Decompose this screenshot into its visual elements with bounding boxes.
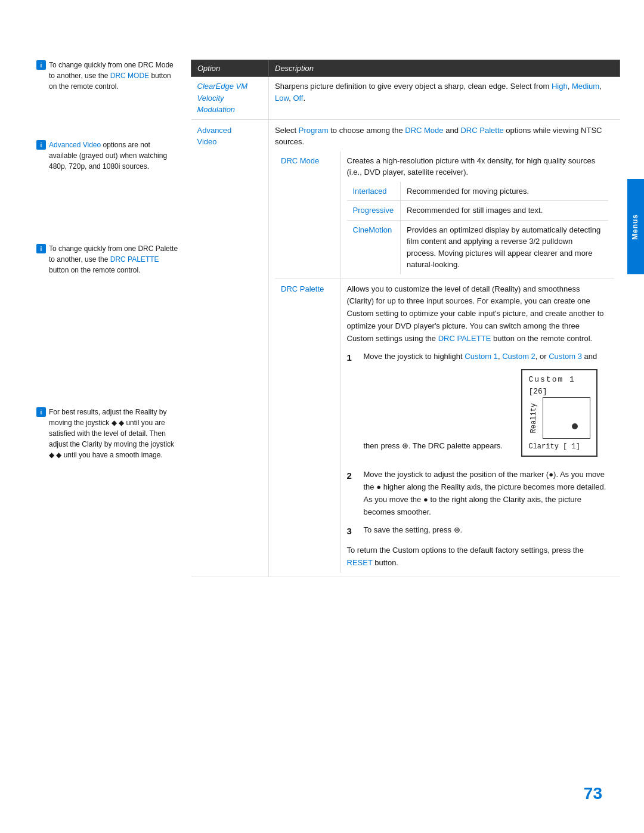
dialog-reality-value: [26] [528,386,590,398]
col-option-header: Option [191,60,269,77]
drc-mode-desc-link[interactable]: DRC Mode [405,126,443,135]
advanced-video-option: AdvancedVideo [191,119,269,577]
advanced-video-row: AdvancedVideo Select Program to choose a… [191,119,620,577]
interlaced-option: Interlaced [347,182,401,201]
interlaced-link[interactable]: Interlaced [353,187,387,196]
low-link[interactable]: Low [275,94,289,103]
medium-link[interactable]: Medium [572,82,599,91]
note4-text: For best results, adjust the Reality by … [49,407,179,460]
note2-text: Advanced Video options are not available… [49,140,179,172]
clearedge-option: ClearEdge VMVelocityModulation [191,77,269,120]
svg-text:i: i [41,142,42,148]
note4-icon: i [36,407,47,420]
cinemotion-row: CineMotion Provides an optimized display… [347,220,608,274]
left-notes-column: i To change quickly from one DRC Mode to… [36,60,179,496]
note1-icon: i [36,60,47,73]
drc-palette-desc: Allows you to customize the level of det… [340,278,614,573]
note-2: i Advanced Video options are not availab… [36,140,179,172]
col-desc-header: Description [269,60,620,77]
progressive-desc: Recommended for still images and text. [401,201,608,221]
progressive-row: Progressive Recommended for still images… [347,201,608,221]
options-table: Option Description ClearEdge VMVelocityM… [191,60,620,577]
drc-palette-content: Allows you to customize the level of det… [347,283,608,570]
step-1: 1 Move the joystick to highlight Custom … [347,351,608,463]
off-link[interactable]: Off [293,94,303,103]
drc-palette-row: DRC Palette Allows you to customize the … [275,278,614,573]
dialog-graph-box [543,397,590,439]
step-1-num: 1 [347,351,359,365]
svg-text:i: i [41,62,42,69]
clarity-value: [ 1] [563,442,580,451]
step-2: 2 Move the joystick to adjust the positi… [347,469,608,518]
drc-mode-option: DRC Mode [275,151,340,278]
drc-palette-option: DRC Palette [275,278,340,573]
drc-palette-link[interactable]: DRC Palette [281,284,324,293]
note3-icon: i [36,243,47,257]
drc-palette-desc-link[interactable]: DRC Palette [460,126,503,135]
dialog-inner: Reality [528,397,590,439]
page-number: 73 [584,784,602,803]
note-4: i For best results, adjust the Reality b… [36,407,179,460]
note-1: i To change quickly from one DRC Mode to… [36,60,179,92]
reality-label: Reality [528,403,539,433]
custom-dialog: Custom 1 [26] Reality [521,369,597,457]
custom3-link[interactable]: Custom 3 [549,352,582,361]
program-link[interactable]: Program [299,126,329,135]
main-content: Option Description ClearEdge VMVelocityM… [191,60,620,577]
step-2-content: Move the joystick to adjust the position… [364,469,608,518]
note2-icon: i [36,140,47,153]
clearedge-desc: Sharpens picture definition to give ever… [269,77,620,120]
interlaced-desc: Recommended for moving pictures. [401,182,608,201]
svg-text:i: i [41,409,42,416]
drc-submodes-table: Interlaced Recommended for moving pictur… [347,182,608,274]
dialog-dot [572,423,578,429]
clarity-row: Clarity [ 1] [528,441,590,452]
progressive-link[interactable]: Progressive [353,206,394,215]
step-3-num: 3 [347,524,359,538]
note3-text: To change quickly from one DRC Palette t… [49,243,179,275]
step-1-content: Move the joystick to highlight Custom 1,… [364,351,608,463]
interlaced-row: Interlaced Recommended for moving pictur… [347,182,608,201]
advanced-video-link-note2[interactable]: Advanced Video [49,141,101,149]
step-3-content: To save the setting, press ⊕. [364,524,608,537]
clearedge-link[interactable]: ClearEdge VMVelocityModulation [197,82,248,114]
progressive-option: Progressive [347,201,401,221]
drc-palette-footer: To return the Custom options to the defa… [347,544,608,569]
cinemotion-option: CineMotion [347,220,401,274]
cinemotion-desc: Provides an optimized display by automat… [401,220,608,274]
step-3: 3 To save the setting, press ⊕. [347,524,608,538]
drc-palette-link-note3[interactable]: DRC PALETTE [110,255,159,264]
advanced-video-desc: Select Program to choose among the DRC M… [269,119,620,577]
high-link[interactable]: High [552,82,568,91]
dialog-title: Custom 1 [528,374,590,386]
cinemotion-link[interactable]: CineMotion [353,225,392,234]
clearedge-row: ClearEdge VMVelocityModulation Sharpens … [191,77,620,120]
drc-mode-desc: Creates a high-resolution picture with 4… [340,151,614,278]
step-2-num: 2 [347,469,359,483]
advanced-video-link[interactable]: AdvancedVideo [197,126,232,147]
drc-mode-link[interactable]: DRC Mode [281,156,319,165]
page-container: Menus 73 i To change quickly from one DR… [0,0,644,833]
custom2-link[interactable]: Custom 2 [502,352,535,361]
clarity-label: Clarity [528,442,558,451]
note1-text: To change quickly from one DRC Mode to a… [49,60,179,92]
table-header-row: Option Description [191,60,620,77]
note-3: i To change quickly from one DRC Palette… [36,243,179,275]
svg-text:i: i [41,246,42,252]
side-tab: Menus [627,179,644,274]
drc-mode-subtable: DRC Mode Creates a high-resolution pictu… [275,151,614,574]
custom1-link[interactable]: Custom 1 [465,352,498,361]
drc-mode-row: DRC Mode Creates a high-resolution pictu… [275,151,614,278]
drc-palette-remote-link[interactable]: DRC PALETTE [438,334,491,343]
drc-mode-link-note1[interactable]: DRC MODE [110,72,149,80]
reset-link[interactable]: RESET [347,558,373,567]
